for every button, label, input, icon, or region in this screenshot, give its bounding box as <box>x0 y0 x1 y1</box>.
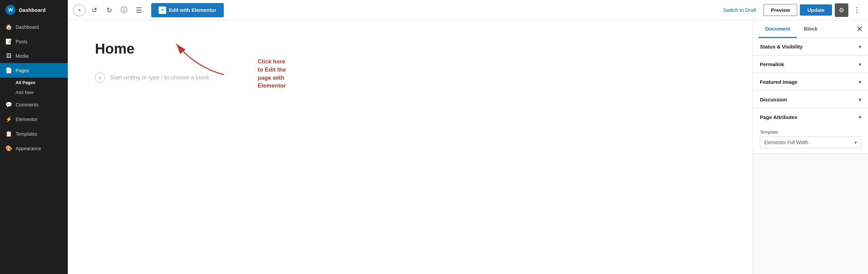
posts-icon: 📝 <box>5 38 12 45</box>
panel-header: Document Block ✕ <box>753 20 868 38</box>
sidebar-logo[interactable]: W Dashboard <box>0 0 68 20</box>
sidebar-item-comments[interactable]: 💬 Comments <box>0 97 68 112</box>
redo-icon: ↻ <box>106 6 112 14</box>
edit-elementor-label: Edit with Elementor <box>169 7 216 13</box>
media-icon: 🖼 <box>5 53 12 59</box>
page-attributes-label: Page Attributes <box>760 114 797 120</box>
gear-icon: ⚙ <box>839 6 844 14</box>
undo-icon: ↺ <box>92 6 97 14</box>
discussion-label: Discussion <box>760 97 787 102</box>
templates-icon: 📋 <box>5 131 12 137</box>
tab-block[interactable]: Block <box>797 20 824 38</box>
sidebar-item-elementor-label: Elementor <box>16 117 37 122</box>
sidebar-item-posts-label: Posts <box>16 39 27 44</box>
template-select[interactable]: Elementor Full Width ▾ <box>760 137 861 148</box>
section-page-attributes-header[interactable]: Page Attributes ▾ <box>753 109 868 125</box>
template-chevron-icon: ▾ <box>854 140 857 145</box>
dashboard-icon: 🏠 <box>5 24 12 30</box>
update-button[interactable]: Update <box>800 4 832 16</box>
switch-draft-label: Switch to Draft <box>723 7 756 13</box>
sidebar-logo-label: Dashboard <box>19 7 45 13</box>
toolbar: ＋ ↺ ↻ ⓘ ☰ ≡ Edit with Elementor Switch t… <box>68 0 868 20</box>
list-icon: ☰ <box>136 6 142 14</box>
section-page-attributes: Page Attributes ▾ Template: Elementor Fu… <box>753 109 868 154</box>
page-attributes-body: Template: Elementor Full Width ▾ <box>753 125 868 154</box>
editor-area[interactable]: Home ＋ Start writing or type / to choose… <box>68 20 753 274</box>
template-label: Template: <box>760 130 861 135</box>
section-status-visibility: Status & Visibility ▾ <box>753 38 868 55</box>
more-icon: ⋮ <box>853 6 861 14</box>
info-icon: ⓘ <box>121 5 127 15</box>
close-icon: ✕ <box>856 25 863 33</box>
sidebar-item-posts[interactable]: 📝 Posts <box>0 34 68 49</box>
redo-button[interactable]: ↻ <box>103 4 115 16</box>
section-status-visibility-header[interactable]: Status & Visibility ▾ <box>753 38 868 55</box>
content-area: Home ＋ Start writing or type / to choose… <box>68 20 868 274</box>
sidebar-item-dashboard[interactable]: 🏠 Dashboard <box>0 20 68 34</box>
undo-button[interactable]: ↺ <box>88 4 100 16</box>
add-block-button[interactable]: ＋ <box>73 4 85 16</box>
featured-image-label: Featured Image <box>760 79 797 85</box>
sidebar-item-pages[interactable]: 📄 Pages <box>0 63 68 78</box>
sidebar-item-media[interactable]: 🖼 Media <box>0 49 68 63</box>
page-title: Home <box>95 41 726 57</box>
sidebar-item-appearance-label: Appearance <box>16 146 41 151</box>
discussion-chevron: ▾ <box>859 97 861 102</box>
section-permalink-header[interactable]: Permalink ▾ <box>753 56 868 73</box>
main-wrapper: ＋ ↺ ↻ ⓘ ☰ ≡ Edit with Elementor Switch t… <box>68 0 868 274</box>
status-visibility-chevron: ▾ <box>859 44 861 50</box>
page-attributes-chevron: ▾ <box>859 115 861 120</box>
switch-to-draft-button[interactable]: Switch to Draft <box>718 4 761 16</box>
preview-button[interactable]: Preview <box>764 4 797 16</box>
sidebar-item-comments-label: Comments <box>16 102 39 107</box>
panel-close-button[interactable]: ✕ <box>856 25 863 34</box>
section-discussion: Discussion ▾ <box>753 91 868 108</box>
sidebar-item-dashboard-label: Dashboard <box>16 24 39 30</box>
edit-with-elementor-button[interactable]: ≡ Edit with Elementor <box>151 3 224 17</box>
tab-document[interactable]: Document <box>758 20 797 38</box>
sidebar-item-templates-label: Templates <box>16 131 37 137</box>
status-visibility-label: Status & Visibility <box>760 44 803 50</box>
section-discussion-header[interactable]: Discussion ▾ <box>753 91 868 108</box>
placeholder-text: Start writing or type / to choose a bloc… <box>110 74 209 81</box>
sidebar: W Dashboard 🏠 Dashboard 📝 Posts 🖼 Media … <box>0 0 68 274</box>
appearance-icon: 🎨 <box>5 145 12 152</box>
sidebar-item-appearance[interactable]: 🎨 Appearance <box>0 141 68 156</box>
section-featured-image: Featured Image ▾ <box>753 74 868 91</box>
permalink-label: Permalink <box>760 61 784 67</box>
right-panel: Document Block ✕ Status & Visibility ▾ <box>753 20 868 274</box>
section-permalink: Permalink ▾ <box>753 56 868 73</box>
plus-icon: ＋ <box>77 6 82 14</box>
settings-button[interactable]: ⚙ <box>835 3 848 17</box>
sidebar-item-media-label: Media <box>16 53 28 59</box>
sidebar-sub-add-new[interactable]: Add New <box>0 87 68 97</box>
block-placeholder[interactable]: ＋ Start writing or type / to choose a bl… <box>95 71 726 85</box>
add-block-inline-button[interactable]: ＋ <box>95 73 105 83</box>
section-featured-image-header[interactable]: Featured Image ▾ <box>753 74 868 90</box>
elementor-icon: ⚡ <box>5 116 12 122</box>
comments-icon: 💬 <box>5 101 12 108</box>
template-value: Elementor Full Width <box>764 140 808 145</box>
wp-icon: W <box>5 5 16 15</box>
featured-image-chevron: ▾ <box>859 79 861 85</box>
update-label: Update <box>807 7 825 13</box>
plus-inline-icon: ＋ <box>97 73 103 82</box>
sidebar-sub-all-pages[interactable]: All Pages <box>0 78 68 87</box>
sidebar-item-templates[interactable]: 📋 Templates <box>0 126 68 141</box>
pages-icon: 📄 <box>5 67 12 74</box>
block-list-button[interactable]: ☰ <box>133 4 145 16</box>
permalink-chevron: ▾ <box>859 62 861 67</box>
elementor-e-icon: ≡ <box>159 6 166 14</box>
preview-label: Preview <box>771 7 790 13</box>
more-options-button[interactable]: ⋮ <box>851 4 863 16</box>
sidebar-item-elementor[interactable]: ⚡ Elementor <box>0 112 68 126</box>
info-button[interactable]: ⓘ <box>118 4 130 16</box>
sidebar-item-pages-label: Pages <box>16 68 29 73</box>
